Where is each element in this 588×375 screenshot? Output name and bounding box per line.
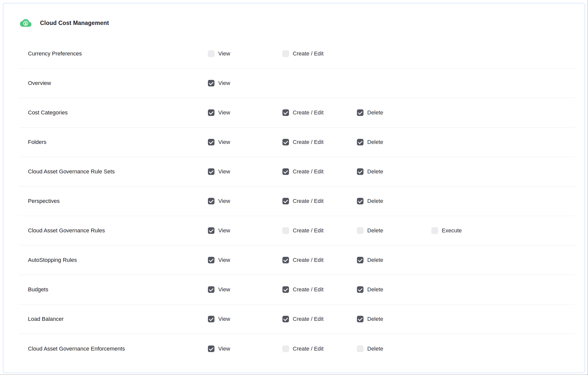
permission-row-folders: Folders ViewCreate / EditDelete [18, 128, 575, 157]
permission-create-edit[interactable]: Create / Edit [282, 257, 357, 263]
view-checkbox[interactable] [208, 286, 214, 293]
resource-label: Currency Preferences [28, 50, 82, 57]
permission-create-edit[interactable]: Create / Edit [282, 346, 357, 352]
permission-label: View [218, 198, 230, 204]
view-checkbox[interactable] [208, 316, 214, 322]
permission-label: View [218, 286, 230, 293]
view-checkbox[interactable] [208, 109, 214, 116]
permission-create-edit[interactable]: Create / Edit [282, 109, 357, 116]
permission-label: Delete [367, 139, 383, 145]
permission-delete[interactable]: Delete [357, 198, 431, 204]
permission-view[interactable]: View [208, 198, 282, 204]
permission-delete[interactable]: Delete [357, 227, 431, 234]
permission-view[interactable]: View [208, 168, 282, 175]
permission-delete[interactable]: Delete [357, 286, 431, 293]
view-checkbox[interactable] [208, 227, 214, 234]
create-edit-checkbox[interactable] [282, 198, 289, 204]
create-edit-checkbox[interactable] [282, 139, 289, 145]
permission-create-edit[interactable]: Create / Edit [282, 227, 357, 234]
view-checkbox[interactable] [208, 139, 214, 145]
resource-label-cell: Overview [18, 80, 208, 86]
delete-checkbox[interactable] [357, 109, 363, 116]
permission-delete[interactable]: Delete [357, 139, 431, 145]
resource-label-cell: Cost Categories [18, 109, 208, 116]
permission-label: Delete [367, 109, 383, 116]
view-checkbox[interactable] [208, 168, 214, 175]
resource-label-cell: Budgets [18, 286, 208, 293]
permission-view[interactable]: View [208, 139, 282, 145]
permission-label: Create / Edit [293, 257, 323, 263]
permission-delete[interactable]: Delete [357, 168, 431, 175]
permission-view[interactable]: View [208, 316, 282, 322]
permission-view[interactable]: View [208, 257, 282, 263]
permission-label: View [218, 80, 230, 86]
permission-label: View [218, 168, 230, 175]
delete-checkbox[interactable] [357, 168, 363, 175]
view-checkbox[interactable] [208, 198, 214, 204]
permission-label: Delete [367, 257, 383, 263]
view-checkbox[interactable] [208, 50, 214, 57]
permission-view[interactable]: View [208, 109, 282, 116]
resource-label: Cloud Asset Governance Rules [28, 227, 105, 234]
permission-create-edit[interactable]: Create / Edit [282, 139, 357, 145]
resource-label-cell: Perspectives [18, 198, 208, 204]
create-edit-checkbox[interactable] [282, 109, 289, 116]
permission-row-overview: Overview View [18, 69, 575, 98]
delete-checkbox[interactable] [357, 139, 363, 145]
permission-label: Delete [367, 316, 383, 322]
page: $ Cloud Cost Management Currency Prefere… [0, 0, 588, 375]
resource-label-cell: Cloud Asset Governance Enforcements [18, 346, 208, 352]
view-checkbox[interactable] [208, 346, 214, 352]
permission-row-autostopping-rules: AutoStopping Rules ViewCreate / EditDele… [18, 245, 575, 275]
permission-label: Execute [442, 227, 462, 234]
create-edit-checkbox[interactable] [282, 50, 289, 57]
delete-checkbox[interactable] [357, 286, 363, 293]
permission-label: View [218, 139, 230, 145]
permission-label: Create / Edit [293, 109, 323, 116]
permission-view[interactable]: View [208, 227, 282, 234]
view-checkbox[interactable] [208, 80, 214, 86]
permission-delete[interactable]: Delete [357, 316, 431, 322]
create-edit-checkbox[interactable] [282, 346, 289, 352]
permission-create-edit[interactable]: Create / Edit [282, 286, 357, 293]
delete-checkbox[interactable] [357, 316, 363, 322]
resource-label: Cloud Asset Governance Rule Sets [28, 168, 115, 175]
permission-label: View [218, 109, 230, 116]
view-checkbox[interactable] [208, 257, 214, 263]
permission-label: View [218, 257, 230, 263]
permission-row-currency-preferences: Currency Preferences ViewCreate / Edit [18, 39, 575, 69]
delete-checkbox[interactable] [357, 257, 363, 263]
resource-label-cell: Cloud Asset Governance Rules [18, 227, 208, 234]
create-edit-checkbox[interactable] [282, 227, 289, 234]
permission-create-edit[interactable]: Create / Edit [282, 168, 357, 175]
permission-create-edit[interactable]: Create / Edit [282, 198, 357, 204]
permission-row-budgets: Budgets ViewCreate / EditDelete [18, 275, 575, 304]
permission-create-edit[interactable]: Create / Edit [282, 50, 357, 57]
permission-execute[interactable]: Execute [431, 227, 575, 234]
permission-view[interactable]: View [208, 286, 282, 293]
permission-view[interactable]: View [208, 346, 282, 352]
permission-row-cloud-asset-governance-rules: Cloud Asset Governance Rules ViewCreate … [18, 216, 575, 245]
create-edit-checkbox[interactable] [282, 316, 289, 322]
permission-label: View [218, 50, 230, 57]
svg-text:$: $ [24, 21, 27, 25]
delete-checkbox[interactable] [357, 198, 363, 204]
permission-create-edit[interactable]: Create / Edit [282, 316, 357, 322]
permission-view[interactable]: View [208, 50, 282, 57]
permission-label: Create / Edit [293, 286, 323, 293]
delete-checkbox[interactable] [357, 346, 363, 352]
delete-checkbox[interactable] [357, 227, 363, 234]
permission-delete[interactable]: Delete [357, 346, 431, 352]
resource-label: Budgets [28, 286, 48, 293]
resource-label: Load Balancer [28, 316, 64, 322]
permission-delete[interactable]: Delete [357, 257, 431, 263]
permission-view[interactable]: View [208, 80, 282, 86]
create-edit-checkbox[interactable] [282, 257, 289, 263]
execute-checkbox[interactable] [431, 227, 438, 234]
resource-label: Folders [28, 139, 46, 145]
permission-delete[interactable]: Delete [357, 109, 431, 116]
create-edit-checkbox[interactable] [282, 286, 289, 293]
resource-label: AutoStopping Rules [28, 257, 77, 263]
resource-label-cell: Folders [18, 139, 208, 145]
create-edit-checkbox[interactable] [282, 168, 289, 175]
